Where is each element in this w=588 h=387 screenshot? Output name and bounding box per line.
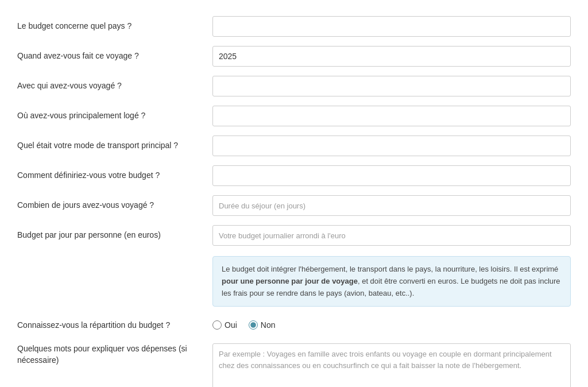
field-description — [212, 343, 571, 387]
textarea-description[interactable] — [212, 343, 571, 387]
form-row-repartition: Connaissez-vous la répartition du budget… — [17, 312, 571, 338]
form-row-logement: Où avez-vous principalement logé ? — [17, 101, 571, 131]
label-description: Quelques mots pour expliquer vos dépense… — [17, 343, 212, 366]
input-jours[interactable] — [212, 195, 571, 216]
field-jours — [212, 195, 571, 216]
radio-option-oui[interactable]: Oui — [212, 320, 237, 330]
form-row-infobox: Le budget doit intégrer l'hébergement, l… — [17, 250, 571, 312]
info-box: Le budget doit intégrer l'hébergement, l… — [212, 256, 571, 307]
input-transport[interactable] — [212, 136, 571, 156]
label-budget-jour: Budget par jour par personne (en euros) — [17, 230, 212, 241]
field-infobox: Le budget doit intégrer l'hébergement, l… — [212, 256, 571, 307]
field-budget-def — [212, 165, 571, 186]
radio-group-repartition: Oui Non — [212, 320, 571, 330]
field-repartition: Oui Non — [212, 320, 571, 330]
label-repartition: Connaissez-vous la répartition du budget… — [17, 320, 212, 331]
form-row-description: Quelques mots pour expliquer vos dépense… — [17, 338, 571, 387]
info-text-bold: pour une personne par jour de voyage — [222, 277, 358, 285]
info-text-before: Le budget doit intégrer l'hébergement, l… — [222, 265, 558, 273]
input-budget-def[interactable] — [212, 165, 571, 186]
field-annee — [212, 46, 571, 67]
form-row-transport: Quel était votre mode de transport princ… — [17, 131, 571, 161]
radio-option-non[interactable]: Non — [249, 320, 276, 330]
field-avec-qui — [212, 76, 571, 96]
form-row-avec-qui: Avec qui avez-vous voyagé ? — [17, 71, 571, 101]
input-annee[interactable] — [212, 46, 571, 67]
label-avec-qui: Avec qui avez-vous voyagé ? — [17, 80, 212, 92]
form-row-jours: Combien de jours avez-vous voyagé ? — [17, 191, 571, 220]
input-avec-qui[interactable] — [212, 76, 571, 96]
field-budget-jour — [212, 225, 571, 246]
label-logement: Où avez-vous principalement logé ? — [17, 110, 212, 122]
label-jours: Combien de jours avez-vous voyagé ? — [17, 200, 212, 211]
radio-oui[interactable] — [212, 320, 222, 330]
radio-label-non: Non — [261, 320, 276, 330]
form-row-pays: Le budget concerne quel pays ? — [17, 11, 571, 41]
field-transport — [212, 136, 571, 156]
label-pays: Le budget concerne quel pays ? — [17, 21, 212, 32]
input-pays[interactable] — [212, 16, 571, 37]
radio-label-oui: Oui — [225, 320, 237, 330]
label-transport: Quel était votre mode de transport princ… — [17, 140, 212, 152]
label-budget-def: Comment définiriez-vous votre budget ? — [17, 170, 212, 181]
form-container: Le budget concerne quel pays ? Quand ave… — [0, 0, 588, 387]
form-row-budget-jour: Budget par jour par personne (en euros) — [17, 220, 571, 250]
label-annee: Quand avez-vous fait ce voyage ? — [17, 51, 212, 62]
radio-non[interactable] — [249, 320, 258, 330]
field-logement — [212, 106, 571, 126]
field-pays — [212, 16, 571, 37]
form-row-annee: Quand avez-vous fait ce voyage ? — [17, 41, 571, 71]
input-logement[interactable] — [212, 106, 571, 126]
form-row-budget-def: Comment définiriez-vous votre budget ? — [17, 161, 571, 191]
input-budget-jour[interactable] — [212, 225, 571, 246]
